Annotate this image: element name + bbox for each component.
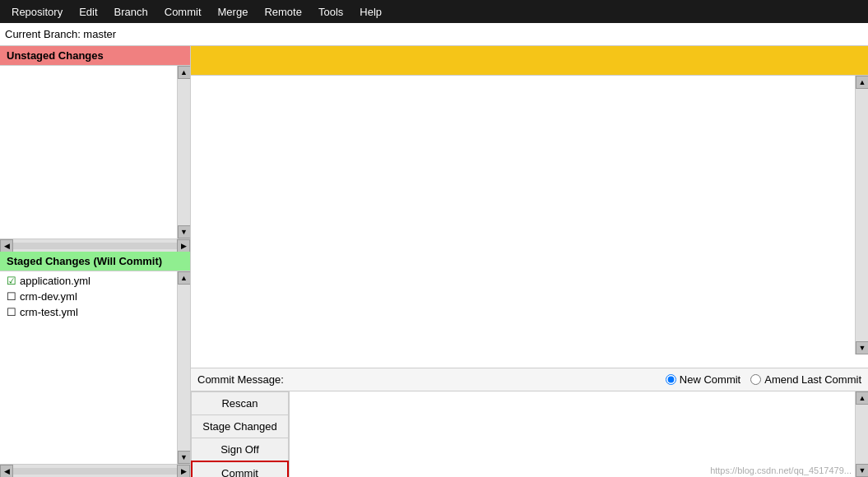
scroll-down-commit-msg[interactable]: ▼ [856,464,868,477]
menu-commit[interactable]: Commit [156,2,210,21]
menu-tools[interactable]: Tools [310,2,351,21]
unstaged-file-list [0,66,190,238]
list-item[interactable]: ☐ crm-test.yml [0,304,190,320]
scroll-left-unstaged[interactable]: ◀ [0,239,13,252]
file-name: crm-dev.yml [20,290,77,303]
amend-commit-option[interactable]: Amend Last Commit [750,373,861,386]
list-item[interactable]: ☐ crm-dev.yml [0,289,190,304]
staged-file-list: ☑ application.yml ☐ crm-dev.yml ☐ crm-te… [0,271,190,464]
sign-off-button[interactable]: Sign Off [191,438,289,461]
scroll-right-unstaged[interactable]: ▶ [177,239,190,252]
stage-changed-button[interactable]: Stage Changed [191,414,289,438]
diff-top-bar [191,46,868,76]
unstaged-area: ▲ ▼ [0,66,190,238]
file-icon: ☐ [7,306,16,318]
commit-buttons-panel: Rescan Stage Changed Sign Off Commit Pus… [191,391,290,477]
scroll-down-staged[interactable]: ▼ [178,451,191,464]
rescan-button[interactable]: Rescan [191,391,289,414]
watermark-text: https://blog.csdn.net/qq_4517479... [710,465,852,475]
commit-body: Rescan Stage Changed Sign Off Commit Pus… [191,391,868,477]
scroll-right-staged[interactable]: ▶ [177,465,190,478]
list-item[interactable]: ☑ application.yml [0,273,190,289]
checkbox-icon: ☑ [7,275,16,287]
staged-area: ☑ application.yml ☐ crm-dev.yml ☐ crm-te… [0,271,190,464]
amend-commit-label: Amend Last Commit [764,373,861,386]
commit-message-input[interactable] [290,391,868,477]
diff-area: ▲ ▼ ◀ ▶ [191,46,868,368]
file-name: crm-test.yml [20,306,78,318]
left-panel: Unstaged Changes ▲ ▼ ◀ ▶ Staged Changes … [0,46,191,477]
staged-scroll-track [13,468,177,475]
scroll-up-unstaged[interactable]: ▲ [178,66,191,79]
menubar: Repository Edit Branch Commit Merge Remo… [0,0,868,23]
new-commit-option[interactable]: New Commit [666,373,740,386]
staged-header: Staged Changes (Will Commit) [0,252,190,271]
menu-help[interactable]: Help [351,2,390,21]
commit-section: Commit Message: New Commit Amend Last Co… [191,368,868,477]
menu-edit[interactable]: Edit [71,2,105,21]
scroll-up-staged[interactable]: ▲ [178,271,191,285]
unstaged-header: Unstaged Changes [0,46,190,66]
commit-button[interactable]: Commit [191,461,289,477]
staged-scrollbar-v[interactable]: ▲ ▼ [177,271,190,464]
commit-message-area: ▲ ▼ https://blog.csdn.net/qq_4517479... [290,391,868,477]
right-panel: ▲ ▼ ◀ ▶ Commit Message: New Commit [191,46,868,477]
diff-scrollbar-v[interactable]: ▲ ▼ [855,76,868,354]
commit-type-radio-group: New Commit Amend Last Commit [666,373,861,386]
main-content: Unstaged Changes ▲ ▼ ◀ ▶ Staged Changes … [0,46,868,477]
branch-bar: Current Branch: master [0,23,868,46]
scroll-up-commit-msg[interactable]: ▲ [856,391,868,405]
scroll-down-diff[interactable]: ▼ [856,341,868,354]
new-commit-label: New Commit [680,373,740,386]
menu-branch[interactable]: Branch [106,2,156,21]
menu-merge[interactable]: Merge [210,2,257,21]
diff-content [191,76,868,368]
commit-message-label: Commit Message: [197,373,284,386]
amend-commit-radio[interactable] [750,374,761,385]
staged-scrollbar-h[interactable]: ◀ ▶ [0,464,190,477]
current-branch-label: Current Branch: master [5,28,116,40]
scroll-down-unstaged[interactable]: ▼ [178,225,191,238]
file-name: application.yml [20,275,91,287]
menu-remote[interactable]: Remote [256,2,310,21]
scroll-left-staged[interactable]: ◀ [0,465,13,478]
unstaged-scroll-track [13,243,177,249]
scroll-up-diff[interactable]: ▲ [856,76,868,89]
unstaged-scrollbar-v[interactable]: ▲ ▼ [177,66,190,238]
commit-header: Commit Message: New Commit Amend Last Co… [191,368,868,391]
new-commit-radio[interactable] [666,374,676,385]
file-icon: ☐ [7,290,16,303]
commit-message-scrollbar[interactable]: ▲ ▼ [855,391,868,477]
unstaged-scrollbar-h[interactable]: ◀ ▶ [0,238,190,252]
menu-repository[interactable]: Repository [3,2,71,21]
